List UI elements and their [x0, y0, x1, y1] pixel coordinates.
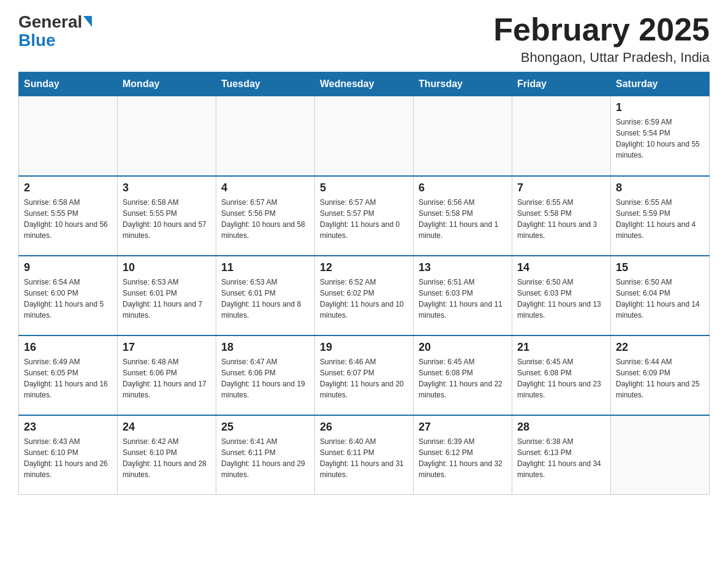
day-number: 8: [616, 182, 704, 194]
calendar-cell: 7Sunrise: 6:55 AMSunset: 5:58 PMDaylight…: [512, 176, 611, 256]
calendar-cell: [19, 96, 118, 176]
calendar-cell: 9Sunrise: 6:54 AMSunset: 6:00 PMDaylight…: [19, 256, 118, 335]
day-info: Sunrise: 6:54 AMSunset: 6:00 PMDaylight:…: [24, 277, 112, 321]
calendar-cell: 4Sunrise: 6:57 AMSunset: 5:56 PMDaylight…: [216, 176, 315, 256]
calendar-cell: 15Sunrise: 6:50 AMSunset: 6:04 PMDayligh…: [611, 256, 710, 335]
day-number: 4: [221, 182, 309, 194]
calendar-cell: 3Sunrise: 6:58 AMSunset: 5:55 PMDaylight…: [118, 176, 216, 256]
calendar-cell: 14Sunrise: 6:50 AMSunset: 6:03 PMDayligh…: [512, 256, 611, 335]
weekday-header-friday: Friday: [512, 72, 611, 96]
day-info: Sunrise: 6:51 AMSunset: 6:03 PMDaylight:…: [419, 277, 507, 321]
calendar-cell: [414, 96, 512, 176]
logo-general-text: General: [18, 12, 82, 32]
calendar-cell: 23Sunrise: 6:43 AMSunset: 6:10 PMDayligh…: [19, 415, 118, 495]
weekday-header-tuesday: Tuesday: [216, 72, 315, 96]
day-info: Sunrise: 6:43 AMSunset: 6:10 PMDaylight:…: [24, 436, 112, 480]
calendar-cell: [216, 96, 315, 176]
calendar-cell: 27Sunrise: 6:39 AMSunset: 6:12 PMDayligh…: [414, 415, 512, 495]
calendar-cell: 11Sunrise: 6:53 AMSunset: 6:01 PMDayligh…: [216, 256, 315, 335]
day-info: Sunrise: 6:55 AMSunset: 5:58 PMDaylight:…: [517, 197, 605, 241]
calendar-cell: 28Sunrise: 6:38 AMSunset: 6:13 PMDayligh…: [512, 415, 611, 495]
calendar-cell: [512, 96, 611, 176]
calendar-cell: 19Sunrise: 6:46 AMSunset: 6:07 PMDayligh…: [315, 335, 414, 415]
day-info: Sunrise: 6:50 AMSunset: 6:04 PMDaylight:…: [616, 277, 704, 321]
day-number: 19: [320, 341, 408, 354]
day-info: Sunrise: 6:48 AMSunset: 6:06 PMDaylight:…: [123, 356, 211, 400]
day-number: 16: [24, 341, 112, 354]
day-info: Sunrise: 6:57 AMSunset: 5:57 PMDaylight:…: [320, 197, 408, 241]
day-number: 7: [517, 182, 605, 194]
calendar-week-row: 23Sunrise: 6:43 AMSunset: 6:10 PMDayligh…: [19, 415, 710, 495]
calendar-cell: 22Sunrise: 6:44 AMSunset: 6:09 PMDayligh…: [611, 335, 710, 415]
calendar-cell: 16Sunrise: 6:49 AMSunset: 6:05 PMDayligh…: [19, 335, 118, 415]
day-number: 13: [419, 261, 507, 274]
day-info: Sunrise: 6:47 AMSunset: 6:06 PMDaylight:…: [221, 356, 309, 400]
calendar-cell: 24Sunrise: 6:42 AMSunset: 6:10 PMDayligh…: [118, 415, 216, 495]
day-info: Sunrise: 6:44 AMSunset: 6:09 PMDaylight:…: [616, 356, 704, 400]
calendar-cell: 26Sunrise: 6:40 AMSunset: 6:11 PMDayligh…: [315, 415, 414, 495]
location-title: Bhongaon, Uttar Pradesh, India: [493, 50, 710, 66]
calendar-cell: [118, 96, 216, 176]
day-number: 17: [123, 341, 211, 354]
day-info: Sunrise: 6:57 AMSunset: 5:56 PMDaylight:…: [221, 197, 309, 241]
day-info: Sunrise: 6:52 AMSunset: 6:02 PMDaylight:…: [320, 277, 408, 321]
weekday-header-saturday: Saturday: [611, 72, 710, 96]
day-info: Sunrise: 6:58 AMSunset: 5:55 PMDaylight:…: [24, 197, 112, 241]
calendar-week-row: 1Sunrise: 6:59 AMSunset: 5:54 PMDaylight…: [19, 96, 710, 176]
day-number: 6: [419, 182, 507, 194]
day-number: 24: [123, 421, 211, 434]
weekday-header-sunday: Sunday: [19, 72, 118, 96]
calendar-week-row: 2Sunrise: 6:58 AMSunset: 5:55 PMDaylight…: [19, 176, 710, 256]
day-info: Sunrise: 6:55 AMSunset: 5:59 PMDaylight:…: [616, 197, 704, 241]
day-info: Sunrise: 6:42 AMSunset: 6:10 PMDaylight:…: [123, 436, 211, 480]
day-number: 23: [24, 421, 112, 434]
calendar-cell: 6Sunrise: 6:56 AMSunset: 5:58 PMDaylight…: [414, 176, 512, 256]
day-number: 3: [123, 182, 211, 194]
calendar-cell: 25Sunrise: 6:41 AMSunset: 6:11 PMDayligh…: [216, 415, 315, 495]
calendar-cell: 2Sunrise: 6:58 AMSunset: 5:55 PMDaylight…: [19, 176, 118, 256]
day-info: Sunrise: 6:38 AMSunset: 6:13 PMDaylight:…: [517, 436, 605, 480]
calendar-cell: 18Sunrise: 6:47 AMSunset: 6:06 PMDayligh…: [216, 335, 315, 415]
day-info: Sunrise: 6:56 AMSunset: 5:58 PMDaylight:…: [419, 197, 507, 241]
day-number: 25: [221, 421, 309, 434]
day-info: Sunrise: 6:58 AMSunset: 5:55 PMDaylight:…: [123, 197, 211, 241]
weekday-header-wednesday: Wednesday: [315, 72, 414, 96]
calendar-cell: 21Sunrise: 6:45 AMSunset: 6:08 PMDayligh…: [512, 335, 611, 415]
day-number: 2: [24, 182, 112, 194]
month-title: February 2025: [493, 12, 710, 47]
day-info: Sunrise: 6:49 AMSunset: 6:05 PMDaylight:…: [24, 356, 112, 400]
day-info: Sunrise: 6:50 AMSunset: 6:03 PMDaylight:…: [517, 277, 605, 321]
calendar-week-row: 16Sunrise: 6:49 AMSunset: 6:05 PMDayligh…: [19, 335, 710, 415]
calendar-cell: [611, 415, 710, 495]
calendar-cell: 17Sunrise: 6:48 AMSunset: 6:06 PMDayligh…: [118, 335, 216, 415]
day-number: 20: [419, 341, 507, 354]
day-info: Sunrise: 6:41 AMSunset: 6:11 PMDaylight:…: [221, 436, 309, 480]
weekday-header-thursday: Thursday: [414, 72, 512, 96]
day-number: 5: [320, 182, 408, 194]
day-number: 12: [320, 261, 408, 274]
day-number: 1: [616, 101, 704, 114]
calendar-header-row: SundayMondayTuesdayWednesdayThursdayFrid…: [19, 72, 710, 96]
title-area: February 2025 Bhongaon, Uttar Pradesh, I…: [493, 12, 710, 66]
calendar-cell: 8Sunrise: 6:55 AMSunset: 5:59 PMDaylight…: [611, 176, 710, 256]
day-number: 11: [221, 261, 309, 274]
calendar-cell: 1Sunrise: 6:59 AMSunset: 5:54 PMDaylight…: [611, 96, 710, 176]
calendar-cell: 12Sunrise: 6:52 AMSunset: 6:02 PMDayligh…: [315, 256, 414, 335]
day-number: 14: [517, 261, 605, 274]
day-info: Sunrise: 6:53 AMSunset: 6:01 PMDaylight:…: [221, 277, 309, 321]
day-number: 28: [517, 421, 605, 434]
day-number: 26: [320, 421, 408, 434]
day-number: 22: [616, 341, 704, 354]
day-number: 9: [24, 261, 112, 274]
day-info: Sunrise: 6:53 AMSunset: 6:01 PMDaylight:…: [123, 277, 211, 321]
day-number: 27: [419, 421, 507, 434]
logo-arrow-icon: [83, 16, 92, 27]
day-number: 15: [616, 261, 704, 274]
day-info: Sunrise: 6:59 AMSunset: 5:54 PMDaylight:…: [616, 117, 704, 161]
calendar-cell: 13Sunrise: 6:51 AMSunset: 6:03 PMDayligh…: [414, 256, 512, 335]
day-info: Sunrise: 6:39 AMSunset: 6:12 PMDaylight:…: [419, 436, 507, 480]
day-number: 10: [123, 261, 211, 274]
calendar-week-row: 9Sunrise: 6:54 AMSunset: 6:00 PMDaylight…: [19, 256, 710, 335]
calendar-table: SundayMondayTuesdayWednesdayThursdayFrid…: [18, 72, 710, 495]
calendar-cell: 5Sunrise: 6:57 AMSunset: 5:57 PMDaylight…: [315, 176, 414, 256]
